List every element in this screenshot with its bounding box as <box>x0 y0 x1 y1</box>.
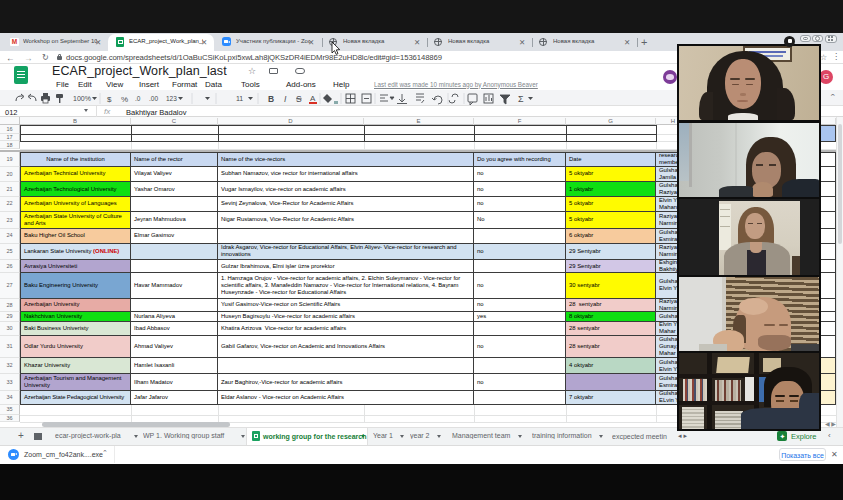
svg-text:100%: 100% <box>73 95 91 102</box>
svg-text:$: $ <box>107 95 112 104</box>
svg-text:Σ: Σ <box>518 94 524 104</box>
svg-text:I: I <box>284 94 287 104</box>
svg-text:.0: .0 <box>135 95 141 102</box>
svg-text:.00: .00 <box>149 95 158 102</box>
svg-text:11: 11 <box>236 95 243 102</box>
svg-text:%: % <box>121 95 128 104</box>
svg-text:B: B <box>268 94 274 104</box>
svg-text:123: 123 <box>166 95 177 102</box>
svg-text:S: S <box>296 94 302 104</box>
svg-text:A: A <box>310 94 316 103</box>
